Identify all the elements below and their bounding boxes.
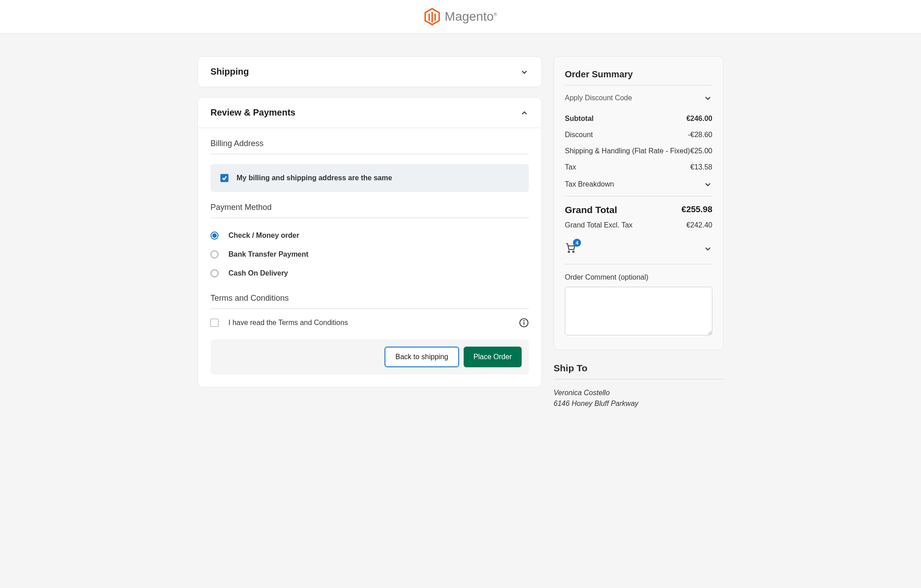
review-payments-section: Review & Payments Billing Address My bil… <box>197 97 542 388</box>
billing-address-heading: Billing Address <box>210 128 529 154</box>
shipping-section: Shipping <box>197 56 542 87</box>
payment-option-label: Check / Money order <box>228 232 299 240</box>
logo-text: Magento® <box>445 9 497 24</box>
chevron-down-icon <box>703 94 712 102</box>
place-order-button[interactable]: Place Order <box>464 347 522 367</box>
ship-to-section: Ship To Veronica Costello 6146 Honey Blu… <box>554 350 724 417</box>
shipping-line: Shipping & Handling (Flat Rate - Fixed) … <box>565 143 712 159</box>
svg-point-4 <box>573 251 574 253</box>
main-column: Shipping Review & Payments Billing Addre… <box>197 56 542 417</box>
payment-method-heading: Payment Method <box>210 192 529 218</box>
payment-option-cod[interactable]: Cash On Delivery <box>210 264 529 283</box>
terms-checkbox[interactable] <box>210 319 219 327</box>
cart-icon: 4 <box>565 242 576 255</box>
discount-line: Discount -€28.60 <box>565 127 712 143</box>
grand-total-line: Grand Total €255.98 <box>565 196 712 217</box>
payment-option-label: Bank Transfer Payment <box>228 250 308 258</box>
shipping-title: Shipping <box>210 67 249 77</box>
logo[interactable]: Magento® <box>424 8 497 26</box>
apply-discount-toggle[interactable]: Apply Discount Code <box>565 85 712 111</box>
radio-icon <box>210 269 219 277</box>
review-payments-title: Review & Payments <box>210 107 295 118</box>
subtotal-line: Subtotal €246.00 <box>565 111 712 127</box>
billing-same-label: My billing and shipping address are the … <box>237 174 392 182</box>
billing-same-row[interactable]: My billing and shipping address are the … <box>210 164 529 192</box>
review-payments-body: Billing Address My billing and shipping … <box>198 128 541 387</box>
shipping-header[interactable]: Shipping <box>198 57 541 87</box>
terms-heading: Terms and Conditions <box>210 283 529 309</box>
svg-point-3 <box>568 251 570 253</box>
svg-point-2 <box>524 321 524 321</box>
billing-same-checkbox[interactable] <box>220 174 228 182</box>
order-summary-title: Order Summary <box>565 69 712 85</box>
tax-breakdown-toggle[interactable]: Tax Breakdown <box>565 175 712 196</box>
order-comment-input[interactable] <box>565 287 712 335</box>
grand-total-excl-line: Grand Total Excl. Tax €242.40 <box>565 217 712 233</box>
chevron-down-icon <box>703 180 712 189</box>
ship-to-line1: 6146 Honey Bluff Parkway <box>554 398 724 409</box>
terms-label: I have read the Terms and Conditions <box>228 319 519 327</box>
tax-line: Tax €13.58 <box>565 159 712 175</box>
ship-to-address: Veronica Costello 6146 Honey Bluff Parkw… <box>554 379 724 417</box>
payment-option-label: Cash On Delivery <box>228 269 288 277</box>
payment-option-bank[interactable]: Bank Transfer Payment <box>210 245 529 264</box>
order-comment-label: Order Comment (optional) <box>565 264 712 287</box>
magento-icon <box>424 8 440 26</box>
review-payments-header[interactable]: Review & Payments <box>198 98 541 128</box>
action-bar: Back to shipping Place Order <box>210 339 529 374</box>
order-summary: Order Summary Apply Discount Code Subtot… <box>554 56 724 350</box>
cart-items-toggle[interactable]: 4 <box>565 233 712 264</box>
ship-to-title: Ship To <box>554 363 724 379</box>
sidebar-column: Order Summary Apply Discount Code Subtot… <box>554 56 724 417</box>
info-icon[interactable] <box>519 318 529 328</box>
checkout-container: Shipping Review & Payments Billing Addre… <box>197 34 724 440</box>
payment-options: Check / Money order Bank Transfer Paymen… <box>210 218 529 283</box>
back-to-shipping-button[interactable]: Back to shipping <box>384 347 459 367</box>
terms-row[interactable]: I have read the Terms and Conditions <box>210 309 529 331</box>
ship-to-name: Veronica Costello <box>554 388 724 398</box>
radio-icon <box>210 250 219 258</box>
cart-badge: 4 <box>573 239 581 247</box>
chevron-down-icon <box>703 244 712 253</box>
payment-option-check[interactable]: Check / Money order <box>210 226 529 245</box>
chevron-up-icon <box>520 108 529 117</box>
header: Magento® <box>0 0 921 34</box>
radio-icon <box>210 232 219 240</box>
chevron-down-icon <box>520 67 529 76</box>
apply-discount-label: Apply Discount Code <box>565 94 632 102</box>
